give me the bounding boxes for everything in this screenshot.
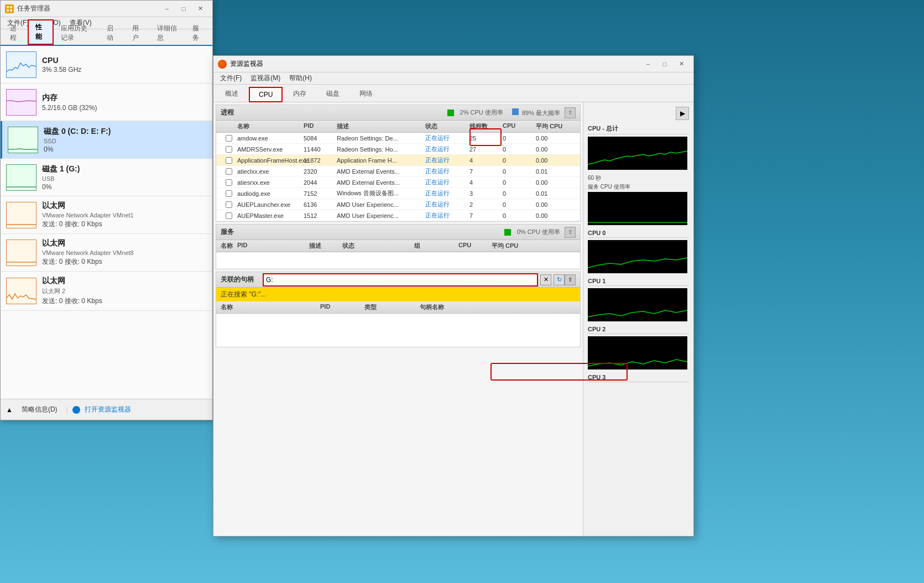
- proc-checkbox[interactable]: [226, 179, 232, 186]
- handles-search-input[interactable]: [263, 273, 538, 287]
- svc-col-status[interactable]: 状态: [342, 242, 414, 250]
- table-row[interactable]: ApplicationFrameHost.exe 11872 Applicati…: [216, 155, 580, 166]
- handle-col-type[interactable]: 类型: [364, 303, 420, 311]
- svc-col-name[interactable]: 名称: [221, 242, 237, 250]
- svc-col-pid[interactable]: PID: [237, 242, 309, 250]
- net1-mini-graph: [6, 202, 36, 228]
- handle-col-name[interactable]: 名称: [221, 303, 320, 311]
- handle-col-pid[interactable]: PID: [320, 303, 364, 311]
- proc-status: 正在运行: [425, 200, 469, 209]
- processes-table-body: amdow.exe 5084 Radeon Settings: De... 正在…: [216, 133, 580, 221]
- table-row[interactable]: atieclxx.exe 2320 AMD External Events...…: [216, 166, 580, 177]
- open-resource-monitor-link[interactable]: 打开资源监视器: [85, 405, 131, 414]
- collapse-info-button[interactable]: 简略信息(D): [17, 404, 62, 415]
- col-pid[interactable]: PID: [304, 122, 337, 131]
- proc-avg-cpu: 0.00: [536, 157, 569, 164]
- rm-menu-help[interactable]: 帮助(H): [285, 72, 316, 84]
- handles-refresh-button[interactable]: ↻: [554, 274, 565, 285]
- sidebar-cpu1-label: CPU 1: [588, 278, 689, 286]
- proc-name: atiesrxx.exe: [237, 179, 304, 186]
- perf-item-cpu[interactable]: CPU 3% 3.58 GHz: [1, 46, 212, 84]
- tab-performance[interactable]: 性能: [28, 19, 54, 45]
- perf-item-memory[interactable]: 内存 5.2/16.0 GB (32%): [1, 84, 212, 121]
- rm-tab-cpu[interactable]: CPU: [249, 87, 283, 102]
- rm-maximize-button[interactable]: □: [657, 58, 672, 70]
- processes-header-bar: 进程 2% CPU 使用率 89% 最大频率 ⇧: [216, 105, 580, 121]
- proc-checkbox[interactable]: [226, 135, 232, 142]
- svg-rect-1: [10, 6, 12, 8]
- tab-processes[interactable]: 进程: [3, 21, 28, 45]
- handles-clear-button[interactable]: ✕: [540, 274, 551, 285]
- col-threads[interactable]: 线程数: [469, 122, 503, 131]
- rm-tab-memory[interactable]: 内存: [284, 86, 316, 102]
- svc-col-desc[interactable]: 描述: [309, 242, 342, 250]
- handles-collapse-button[interactable]: ⇧: [565, 274, 576, 285]
- processes-stats: 2% CPU 使用率 89% 最大频率 ⇧: [447, 107, 576, 118]
- services-collapse-button[interactable]: ⇧: [565, 227, 576, 238]
- cpu-total-mini-graph: [588, 137, 687, 170]
- proc-checkbox[interactable]: [226, 146, 232, 153]
- tab-startup[interactable]: 启动: [100, 21, 124, 45]
- col-cpu[interactable]: CPU: [503, 122, 536, 131]
- minimize-button[interactable]: −: [159, 3, 175, 15]
- sidebar-expand-button[interactable]: ▶: [676, 107, 689, 120]
- proc-cpu: 0: [503, 157, 536, 164]
- table-row[interactable]: atiesrxx.exe 2044 AMD External Events...…: [216, 177, 580, 188]
- col-status[interactable]: 状态: [425, 122, 469, 131]
- perf-item-net1[interactable]: 以太网 VMware Network Adapter VMnet1 发送: 0 …: [1, 196, 212, 234]
- svg-rect-2: [7, 9, 9, 12]
- svg-rect-3: [10, 9, 12, 12]
- handle-col-handle-name[interactable]: 句柄名称: [420, 303, 519, 311]
- tab-details[interactable]: 详细信息: [150, 21, 185, 45]
- proc-checkbox[interactable]: [226, 212, 232, 219]
- proc-checkbox[interactable]: [226, 201, 232, 208]
- net2-mini-graph: [6, 240, 36, 266]
- proc-threads: 7: [469, 212, 503, 219]
- proc-checkbox[interactable]: [226, 168, 232, 175]
- tab-services[interactable]: 服务: [185, 21, 210, 45]
- rm-close-button[interactable]: ✕: [674, 58, 689, 70]
- rm-menu-monitor[interactable]: 监视器(M): [246, 72, 285, 84]
- proc-checkbox[interactable]: [226, 190, 232, 197]
- rm-tab-overview[interactable]: 概述: [216, 86, 248, 102]
- proc-name: AUEPMaster.exe: [237, 212, 304, 219]
- perf-item-disk1[interactable]: 磁盘 1 (G:) USB 0%: [1, 159, 212, 196]
- mem-name: 内存: [42, 93, 207, 103]
- handles-section: 关联的句柄 ✕ ↻ ⇧ 正在搜索 "G:"... 名称 PID 类型 句柄名称: [216, 272, 581, 347]
- svc-col-avg-cpu[interactable]: 平均 CPU: [492, 242, 530, 250]
- close-button[interactable]: ✕: [192, 3, 208, 15]
- proc-checkbox[interactable]: [226, 157, 232, 164]
- table-row[interactable]: audiodg.exe 7152 Windows 音频设备图... 正在运行 3…: [216, 188, 580, 199]
- perf-item-net3[interactable]: 以太网 以太网 2 发送: 0 接收: 0 Kbps: [1, 272, 212, 311]
- proc-cpu: 0: [503, 212, 536, 219]
- proc-status: 正在运行: [425, 145, 469, 153]
- svc-col-cpu[interactable]: CPU: [458, 242, 492, 250]
- rm-tab-disk[interactable]: 磁盘: [317, 86, 349, 102]
- rm-minimize-button[interactable]: −: [640, 58, 656, 70]
- tab-users[interactable]: 用户: [125, 21, 150, 45]
- table-row[interactable]: AUEPLauncher.exe 6136 AMD User Experienc…: [216, 199, 580, 210]
- table-row[interactable]: AUEPMaster.exe 1512 AMD User Experienc..…: [216, 210, 580, 221]
- col-avg-cpu[interactable]: 平均 CPU: [536, 122, 569, 131]
- mem-info: 内存 5.2/16.0 GB (32%): [42, 93, 207, 112]
- svc-col-group[interactable]: 组: [414, 242, 458, 250]
- net1-info: 以太网 VMware Network Adapter VMnet1 发送: 0 …: [42, 201, 207, 229]
- rm-titlebar-controls: − □ ✕: [640, 58, 689, 70]
- perf-item-net2[interactable]: 以太网 VMware Network Adapter VMnet8 发送: 0 …: [1, 234, 212, 272]
- col-desc[interactable]: 描述: [337, 122, 425, 131]
- col-name[interactable]: 名称: [237, 122, 304, 131]
- cpu-info: CPU 3% 3.58 GHz: [42, 56, 207, 74]
- proc-cpu: 0: [503, 146, 536, 153]
- rm-tab-network[interactable]: 网络: [350, 86, 382, 102]
- proc-status: 正在运行: [425, 211, 469, 220]
- maximize-button[interactable]: □: [176, 3, 191, 15]
- rm-menu-file[interactable]: 文件(F): [216, 72, 246, 84]
- services-cpu-usage: 0% CPU 使用率: [517, 228, 560, 236]
- table-row[interactable]: amdow.exe 5084 Radeon Settings: De... 正在…: [216, 133, 580, 144]
- table-row[interactable]: AMDRSServ.exe 11440 Radeon Settings: Ho.…: [216, 144, 580, 155]
- task-manager-footer: ▲ 简略信息(D) | 打开资源监视器: [1, 399, 212, 420]
- svg-rect-12: [588, 192, 687, 225]
- tab-app-history[interactable]: 应用历史记录: [54, 21, 100, 45]
- perf-item-disk0[interactable]: 磁盘 0 (C: D: E: F:) SSD 0%: [1, 121, 212, 159]
- processes-collapse-button[interactable]: ⇧: [565, 107, 576, 118]
